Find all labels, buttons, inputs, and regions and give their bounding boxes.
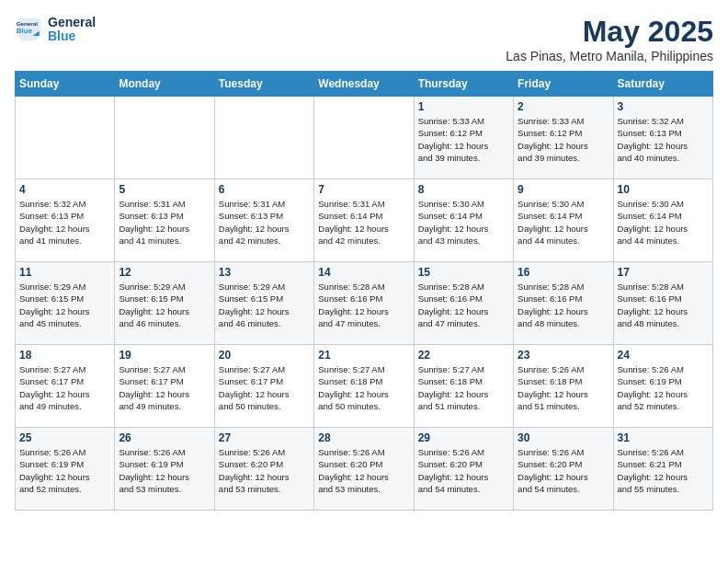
- header: General Blue General Blue May 2025 Las P…: [15, 15, 713, 63]
- calendar-cell: 19Sunrise: 5:27 AM Sunset: 6:17 PM Dayli…: [115, 345, 214, 428]
- calendar-header-friday: Friday: [514, 72, 613, 97]
- day-info: Sunrise: 5:32 AM Sunset: 6:13 PM Dayligh…: [19, 198, 110, 247]
- day-info: Sunrise: 5:29 AM Sunset: 6:15 PM Dayligh…: [19, 281, 110, 329]
- day-info: Sunrise: 5:26 AM Sunset: 6:19 PM Dayligh…: [618, 363, 709, 412]
- day-info: Sunrise: 5:27 AM Sunset: 6:17 PM Dayligh…: [219, 363, 310, 412]
- day-number: 31: [618, 431, 709, 444]
- day-number: 6: [219, 183, 310, 196]
- calendar-cell: 27Sunrise: 5:26 AM Sunset: 6:20 PM Dayli…: [214, 428, 313, 511]
- day-number: 12: [119, 266, 210, 279]
- calendar-week-1: 1Sunrise: 5:33 AM Sunset: 6:12 PM Daylig…: [16, 97, 713, 179]
- day-info: Sunrise: 5:32 AM Sunset: 6:13 PM Dayligh…: [618, 115, 709, 164]
- calendar-cell: 4Sunrise: 5:32 AM Sunset: 6:13 PM Daylig…: [16, 179, 115, 262]
- day-info: Sunrise: 5:30 AM Sunset: 6:14 PM Dayligh…: [418, 198, 509, 247]
- day-number: 4: [19, 183, 110, 196]
- calendar-cell: 31Sunrise: 5:26 AM Sunset: 6:21 PM Dayli…: [613, 428, 712, 511]
- day-info: Sunrise: 5:26 AM Sunset: 6:20 PM Dayligh…: [518, 446, 609, 495]
- calendar-cell: 29Sunrise: 5:26 AM Sunset: 6:20 PM Dayli…: [414, 428, 513, 511]
- logo: General Blue General Blue: [15, 15, 96, 44]
- day-number: 7: [318, 183, 409, 196]
- calendar-header-monday: Monday: [115, 72, 214, 97]
- day-number: 18: [19, 349, 110, 362]
- day-number: 30: [518, 431, 609, 444]
- day-info: Sunrise: 5:31 AM Sunset: 6:13 PM Dayligh…: [119, 198, 210, 247]
- calendar-cell: 10Sunrise: 5:30 AM Sunset: 6:14 PM Dayli…: [613, 179, 712, 262]
- calendar-cell: 28Sunrise: 5:26 AM Sunset: 6:20 PM Dayli…: [314, 428, 414, 511]
- day-number: 14: [318, 266, 409, 279]
- calendar-cell: 18Sunrise: 5:27 AM Sunset: 6:17 PM Dayli…: [16, 345, 115, 428]
- day-info: Sunrise: 5:31 AM Sunset: 6:13 PM Dayligh…: [219, 198, 310, 247]
- calendar-cell: 7Sunrise: 5:31 AM Sunset: 6:14 PM Daylig…: [314, 179, 414, 262]
- calendar-cell: 16Sunrise: 5:28 AM Sunset: 6:16 PM Dayli…: [514, 262, 613, 345]
- subtitle: Las Pinas, Metro Manila, Philippines: [506, 49, 713, 63]
- calendar-cell: [16, 97, 115, 179]
- day-number: 13: [219, 266, 310, 279]
- logo-icon: General Blue: [15, 15, 44, 44]
- calendar-cell: 8Sunrise: 5:30 AM Sunset: 6:14 PM Daylig…: [414, 179, 513, 262]
- day-info: Sunrise: 5:31 AM Sunset: 6:14 PM Dayligh…: [318, 198, 409, 247]
- day-info: Sunrise: 5:33 AM Sunset: 6:12 PM Dayligh…: [518, 115, 609, 164]
- day-number: 10: [618, 183, 709, 196]
- calendar-cell: 11Sunrise: 5:29 AM Sunset: 6:15 PM Dayli…: [16, 262, 115, 345]
- calendar-cell: 9Sunrise: 5:30 AM Sunset: 6:14 PM Daylig…: [514, 179, 613, 262]
- day-info: Sunrise: 5:29 AM Sunset: 6:15 PM Dayligh…: [219, 281, 310, 329]
- logo-general: General: [48, 16, 96, 29]
- day-number: 3: [618, 100, 709, 113]
- day-info: Sunrise: 5:26 AM Sunset: 6:21 PM Dayligh…: [618, 446, 709, 495]
- day-number: 20: [219, 349, 310, 362]
- day-info: Sunrise: 5:33 AM Sunset: 6:12 PM Dayligh…: [418, 115, 509, 164]
- calendar-header-wednesday: Wednesday: [314, 72, 414, 97]
- calendar-cell: [314, 97, 414, 179]
- day-number: 1: [418, 100, 509, 113]
- calendar-cell: 14Sunrise: 5:28 AM Sunset: 6:16 PM Dayli…: [314, 262, 414, 345]
- day-info: Sunrise: 5:29 AM Sunset: 6:15 PM Dayligh…: [119, 281, 210, 329]
- calendar-cell: 20Sunrise: 5:27 AM Sunset: 6:17 PM Dayli…: [214, 345, 313, 428]
- day-info: Sunrise: 5:26 AM Sunset: 6:19 PM Dayligh…: [119, 446, 210, 495]
- day-info: Sunrise: 5:26 AM Sunset: 6:20 PM Dayligh…: [219, 446, 310, 495]
- calendar-cell: 13Sunrise: 5:29 AM Sunset: 6:15 PM Dayli…: [214, 262, 313, 345]
- calendar-week-5: 25Sunrise: 5:26 AM Sunset: 6:19 PM Dayli…: [16, 428, 713, 511]
- calendar-cell: 22Sunrise: 5:27 AM Sunset: 6:18 PM Dayli…: [414, 345, 513, 428]
- day-number: 22: [418, 349, 509, 362]
- calendar-cell: 3Sunrise: 5:32 AM Sunset: 6:13 PM Daylig…: [613, 97, 712, 179]
- day-number: 11: [19, 266, 110, 279]
- calendar-cell: [214, 97, 313, 179]
- calendar-header-tuesday: Tuesday: [214, 72, 313, 97]
- day-number: 23: [518, 349, 609, 362]
- day-info: Sunrise: 5:27 AM Sunset: 6:17 PM Dayligh…: [119, 363, 210, 412]
- day-info: Sunrise: 5:28 AM Sunset: 6:16 PM Dayligh…: [318, 281, 409, 329]
- day-number: 21: [318, 349, 409, 362]
- day-info: Sunrise: 5:27 AM Sunset: 6:18 PM Dayligh…: [418, 363, 509, 412]
- calendar-cell: 23Sunrise: 5:26 AM Sunset: 6:18 PM Dayli…: [514, 345, 613, 428]
- day-number: 2: [518, 100, 609, 113]
- calendar-cell: 26Sunrise: 5:26 AM Sunset: 6:19 PM Dayli…: [115, 428, 214, 511]
- day-number: 15: [418, 266, 509, 279]
- day-number: 9: [518, 183, 609, 196]
- calendar-cell: [115, 97, 214, 179]
- calendar-header-thursday: Thursday: [414, 72, 513, 97]
- calendar-header-row: SundayMondayTuesdayWednesdayThursdayFrid…: [16, 72, 713, 97]
- calendar-cell: 15Sunrise: 5:28 AM Sunset: 6:16 PM Dayli…: [414, 262, 513, 345]
- day-number: 5: [119, 183, 210, 196]
- day-number: 8: [418, 183, 509, 196]
- calendar-cell: 5Sunrise: 5:31 AM Sunset: 6:13 PM Daylig…: [115, 179, 214, 262]
- calendar-cell: 12Sunrise: 5:29 AM Sunset: 6:15 PM Dayli…: [115, 262, 214, 345]
- calendar-header-sunday: Sunday: [16, 72, 115, 97]
- day-number: 28: [318, 431, 409, 444]
- main-title: May 2025: [506, 15, 713, 49]
- day-info: Sunrise: 5:26 AM Sunset: 6:19 PM Dayligh…: [19, 446, 110, 495]
- day-number: 19: [119, 349, 210, 362]
- svg-text:Blue: Blue: [17, 27, 33, 35]
- calendar-header-saturday: Saturday: [613, 72, 712, 97]
- calendar-cell: 25Sunrise: 5:26 AM Sunset: 6:19 PM Dayli…: [16, 428, 115, 511]
- calendar-week-2: 4Sunrise: 5:32 AM Sunset: 6:13 PM Daylig…: [16, 179, 713, 262]
- calendar-cell: 17Sunrise: 5:28 AM Sunset: 6:16 PM Dayli…: [613, 262, 712, 345]
- day-number: 17: [618, 266, 709, 279]
- calendar-cell: 21Sunrise: 5:27 AM Sunset: 6:18 PM Dayli…: [314, 345, 414, 428]
- day-info: Sunrise: 5:27 AM Sunset: 6:18 PM Dayligh…: [318, 363, 409, 412]
- calendar-cell: 2Sunrise: 5:33 AM Sunset: 6:12 PM Daylig…: [514, 97, 613, 179]
- calendar-week-3: 11Sunrise: 5:29 AM Sunset: 6:15 PM Dayli…: [16, 262, 713, 345]
- svg-text:General: General: [17, 20, 38, 27]
- calendar-cell: 24Sunrise: 5:26 AM Sunset: 6:19 PM Dayli…: [613, 345, 712, 428]
- calendar-week-4: 18Sunrise: 5:27 AM Sunset: 6:17 PM Dayli…: [16, 345, 713, 428]
